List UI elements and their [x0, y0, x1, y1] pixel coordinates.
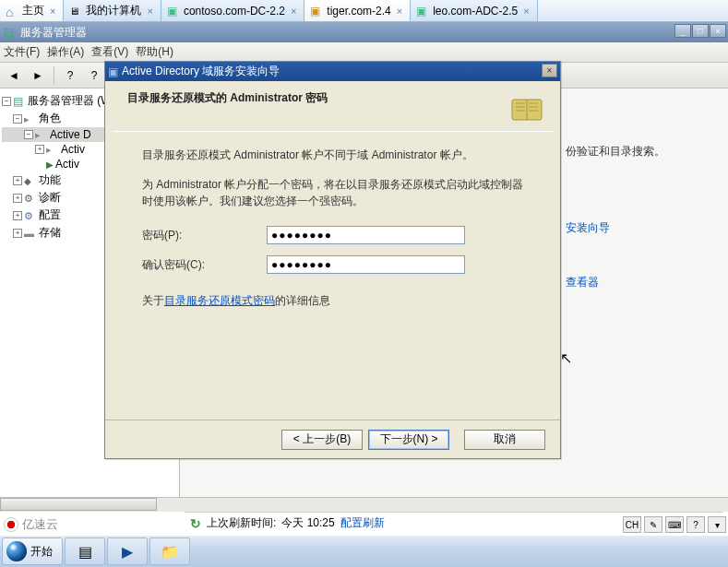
ime-button[interactable]: ✎	[644, 516, 662, 533]
menu-help[interactable]: 帮助(H)	[136, 44, 173, 60]
toolbar-button[interactable]: ?	[60, 65, 80, 86]
close-icon[interactable]: ×	[145, 6, 154, 17]
window-title: 服务器管理器	[20, 25, 87, 41]
help-button[interactable]: ?	[84, 65, 104, 86]
nav-forward-button[interactable]: ►	[28, 65, 48, 86]
server-icon	[310, 5, 323, 18]
description-text: 份验证和目录搜索。	[566, 144, 722, 159]
lang-indicator[interactable]: CH	[623, 516, 641, 533]
menu-view[interactable]: 查看(V)	[91, 44, 128, 60]
configure-refresh-link[interactable]: 配置刷新	[340, 515, 385, 531]
close-icon[interactable]: ×	[521, 6, 531, 17]
ad-install-wizard-dialog: Active Directory 域服务安装向导 × 目录服务还原模式的 Adm…	[104, 61, 561, 459]
nav-back-button[interactable]: ◄	[4, 65, 24, 86]
dialog-footer: < 上一步(B) 下一步(N) > 取消	[105, 419, 560, 458]
config-icon	[24, 209, 37, 222]
next-button[interactable]: 下一步(N) >	[368, 430, 449, 450]
minimize-button[interactable]: _	[674, 24, 691, 38]
horizontal-scrollbar[interactable]	[0, 497, 728, 512]
dialog-titlebar[interactable]: Active Directory 域服务安装向导 ×	[105, 62, 560, 81]
wizard-link[interactable]: 安装向导	[566, 221, 610, 234]
ime-help-button[interactable]: ?	[686, 516, 705, 533]
diagnostics-icon	[24, 192, 37, 205]
taskbar-powershell[interactable]: ▶	[107, 537, 148, 565]
start-button[interactable]: 开始	[2, 537, 63, 565]
taskbar: 开始 ▤ ▶ 📁	[0, 536, 728, 567]
server-icon	[416, 5, 429, 18]
confirm-password-label: 确认密码(C):	[142, 256, 267, 273]
tab-home[interactable]: 主页×	[0, 0, 64, 21]
ime-button[interactable]: ⌨	[665, 516, 684, 533]
window-titlebar: 服务器管理器 _ □ ×	[0, 22, 728, 42]
tab-leo[interactable]: leo.com-ADC-2.5×	[411, 0, 537, 21]
ime-options-button[interactable]: ▾	[708, 516, 726, 533]
taskbar-explorer[interactable]: 📁	[149, 537, 190, 565]
close-icon[interactable]: ×	[289, 6, 298, 17]
ime-language-bar[interactable]: CH ✎ ⌨ ? ▾	[623, 515, 726, 534]
maximize-button[interactable]: □	[692, 24, 709, 38]
tab-mycomputer[interactable]: 我的计算机×	[64, 0, 161, 21]
close-icon[interactable]: ×	[48, 6, 57, 17]
refresh-icon	[190, 516, 201, 531]
ad-icon	[35, 128, 48, 141]
tab-tiger[interactable]: tiger.com-2.4×	[304, 0, 411, 21]
confirm-password-input[interactable]	[267, 255, 465, 274]
server-icon	[167, 5, 180, 18]
wizard-icon	[108, 65, 118, 78]
dialog-close-button[interactable]: ×	[542, 64, 557, 77]
tab-contoso[interactable]: contoso.com-DC-2.2×	[161, 0, 304, 21]
features-icon	[24, 174, 37, 187]
close-button[interactable]: ×	[710, 24, 726, 38]
close-icon[interactable]: ×	[395, 6, 404, 17]
password-input[interactable]	[267, 226, 465, 244]
right-panel: 份验证和目录搜索。 安装向导 查看器	[566, 140, 722, 294]
menu-file[interactable]: 文件(F)	[4, 44, 40, 60]
dialog-para1: 目录服务还原模式 Administrator 帐户不同于域 Administra…	[142, 147, 532, 163]
server-icon	[13, 95, 26, 108]
scrollbar-thumb[interactable]	[0, 498, 157, 511]
dialog-title: Active Directory 域服务安装向导	[122, 64, 280, 79]
dialog-heading: 目录服务还原模式的 Administrator 密码	[127, 90, 328, 106]
menu-bar: 文件(F) 操作(A) 查看(V) 帮助(H)	[0, 42, 728, 63]
home-icon	[6, 5, 18, 18]
book-icon	[508, 90, 545, 127]
storage-icon	[24, 227, 37, 240]
folder-icon	[46, 143, 59, 156]
dialog-para2: 为 Administrator 帐户分配一个密码，将在以目录服务还原模式启动此域…	[142, 176, 532, 209]
taskbar-server-manager[interactable]: ▤	[65, 537, 105, 565]
windows-orb-icon	[6, 541, 27, 561]
menu-action[interactable]: 操作(A)	[47, 44, 84, 60]
cancel-button[interactable]: 取消	[464, 430, 545, 450]
refresh-label: 上次刷新时间:	[207, 515, 276, 531]
back-button[interactable]: < 上一步(B)	[281, 430, 363, 450]
refresh-time: 今天 10:25	[281, 515, 334, 531]
play-icon: ▶	[46, 159, 54, 170]
roles-icon	[24, 112, 37, 125]
browser-tabs: 主页× 我的计算机× contoso.com-DC-2.2× tiger.com…	[0, 0, 728, 22]
viewer-link[interactable]: 查看器	[566, 276, 599, 289]
dialog-body: 目录服务还原模式 Administrator 帐户不同于域 Administra…	[105, 132, 560, 309]
app-icon	[4, 26, 17, 39]
computer-icon	[69, 5, 82, 18]
dsrm-password-link[interactable]: 目录服务还原模式密码	[164, 294, 275, 307]
watermark: 亿速云	[4, 515, 58, 534]
password-label: 密码(P):	[142, 227, 267, 243]
watermark-logo-icon	[4, 517, 18, 532]
